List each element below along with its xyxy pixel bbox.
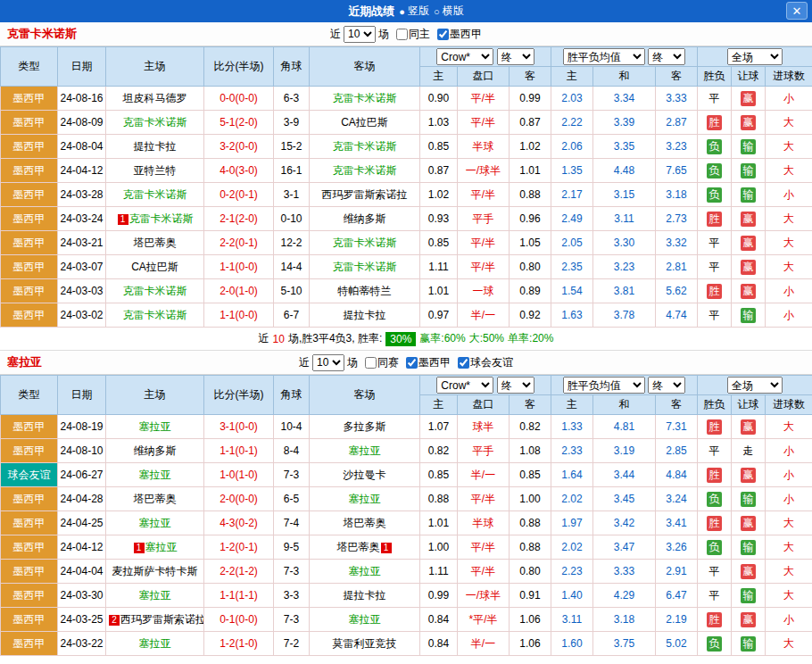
avg-away-cell: 5.02 [656, 632, 698, 656]
score-cell: 5-1(2-0) [204, 111, 274, 135]
friendly-checkbox[interactable] [458, 357, 469, 369]
away-team-cell: 沙拉曼卡 [310, 463, 420, 487]
same-home-checkbox[interactable] [396, 29, 408, 40]
league-checkbox[interactable] [437, 29, 449, 40]
goals-cell: 小 [766, 463, 812, 487]
match-count-select[interactable]: 10 [312, 354, 344, 371]
corner-cell: 9-5 [274, 535, 310, 560]
result-cell: 胜 [698, 511, 732, 535]
avg-time-select[interactable]: 终 [648, 377, 685, 394]
team-name-text: 塞拉亚 [145, 541, 178, 553]
odds-time-select[interactable]: 终 [497, 48, 534, 65]
avg-home-cell: 1.97 [551, 511, 593, 535]
handicap-result-cell-badge: 赢 [741, 115, 756, 130]
corner-cell: 7-2 [274, 632, 310, 656]
match-date-cell: 24-04-28 [58, 487, 106, 511]
same-competition-checkbox[interactable] [365, 357, 377, 369]
col-avg-home: 主 [551, 67, 593, 87]
goals-cell: 小 [766, 439, 812, 463]
layout-horizontal-radio[interactable]: ○ 横版 [434, 4, 464, 19]
away-team-cell: 塞拉亚 [310, 487, 420, 511]
avg-source-select[interactable]: 胜平负均值 [563, 48, 645, 65]
avg-home-cell: 2.03 [551, 87, 593, 111]
away-odds-cell: 1.05 [510, 231, 551, 255]
avg-away-cell: 7.65 [656, 159, 698, 183]
handicap-result-cell: 输 [732, 159, 766, 183]
avg-home-cell: 1.40 [551, 584, 593, 608]
avg-draw-cell: 4.81 [593, 415, 656, 439]
avg-source-select[interactable]: 胜平负均值 [563, 377, 645, 394]
match-row: 墨西甲24-04-121塞拉亚1-2(0-1)9-5塔巴蒂奥11.00平/半0.… [1, 535, 812, 560]
corner-cell: 7-3 [274, 560, 310, 584]
avg-away-cell: 3.32 [656, 231, 698, 255]
home-odds-cell: 1.02 [420, 183, 458, 207]
result-cell: 平 [698, 255, 732, 279]
home-team-cell: 塔巴蒂奥 [106, 231, 204, 255]
away-team-cell: 莫雷利亚竞技 [310, 632, 420, 656]
home-odds-cell: 1.11 [420, 255, 458, 279]
col-home: 主场 [106, 47, 204, 87]
handicap-result-cell-badge: 赢 [741, 260, 756, 275]
score-cell: 2-0(1-0) [204, 279, 274, 303]
radio-selected-icon: ● [399, 6, 405, 17]
league-filter[interactable]: 墨西甲 [406, 355, 451, 370]
home-odds-cell: 1.01 [420, 511, 458, 535]
fulltime-select[interactable]: 全场 [727, 48, 783, 65]
match-count-select[interactable]: 10 [344, 26, 376, 43]
handicap-result-cell: 赢 [732, 511, 766, 535]
handicap-result-cell-badge: 输 [741, 492, 756, 507]
away-team-cell: 克雷卡米诺斯 [310, 231, 420, 255]
avg-time-select[interactable]: 终 [648, 48, 685, 65]
league-label: 墨西甲 [418, 355, 451, 370]
odds-source-select[interactable]: Crow* [436, 48, 493, 65]
corner-cell: 6-7 [274, 303, 310, 328]
handicap-result-cell-badge: 赢 [741, 516, 756, 531]
layout-vertical-radio[interactable]: ● 竖版 [399, 4, 429, 19]
away-odds-cell: 1.02 [510, 135, 551, 159]
handicap-cell: 半/一 [458, 632, 510, 656]
league-filter[interactable]: 墨西甲 [437, 27, 482, 42]
team-name-text: 多拉多斯 [344, 420, 386, 433]
team-name-text: 塞拉亚 [139, 589, 171, 602]
fulltime-select[interactable]: 全场 [727, 377, 783, 394]
avg-away-cell: 2.85 [656, 439, 698, 463]
friendly-filter[interactable]: 球会友谊 [458, 355, 513, 370]
close-button[interactable]: ✕ [786, 2, 808, 20]
same-competition-filter[interactable]: 同赛 [365, 355, 399, 370]
home-team-cell: 1塞拉亚 [106, 535, 204, 560]
home-team-cell: 塞拉亚 [106, 511, 204, 535]
league-checkbox[interactable] [406, 357, 418, 369]
close-icon: ✕ [792, 4, 802, 18]
summary-bar: 近10场,胜3平4负3, 胜率: 30% 赢率:60% 大:50% 单率:20% [0, 328, 812, 351]
match-row: 墨西甲24-03-30塞拉亚1-1(1-1)3-3提拉卡拉0.99一/球半0.9… [1, 584, 812, 608]
away-team-cell: 多拉多斯 [310, 415, 420, 439]
team-name-text: 塔巴蒂奥 [344, 517, 386, 529]
team-name-text: 克雷卡米诺斯 [333, 92, 397, 104]
col-odds-away: 客 [510, 395, 551, 415]
handicap-cell: 平/半 [458, 560, 510, 584]
league-type-cell: 墨西甲 [1, 608, 58, 632]
home-team-cell: 提拉卡拉 [106, 135, 204, 159]
away-team-cell: 特帕蒂特兰 [310, 279, 420, 303]
team-name-text: 提拉卡拉 [344, 589, 386, 602]
odds-source-select[interactable]: Crow* [436, 377, 493, 394]
near-label: 近 [330, 27, 341, 42]
avg-away-cell: 2.19 [656, 608, 698, 632]
score-cell: 1-1(0-0) [204, 303, 274, 328]
away-odds-cell: 0.88 [510, 511, 551, 535]
col-avg-draw: 和 [593, 395, 656, 415]
odds-time-select[interactable]: 终 [497, 377, 534, 394]
match-row: 墨西甲24-08-04提拉卡拉3-2(0-0)15-2克雷卡米诺斯0.85半球1… [1, 135, 812, 159]
team-name-text: 克雷卡米诺斯 [123, 285, 187, 297]
home-odds-cell: 0.87 [420, 159, 458, 183]
home-odds-cell: 0.84 [420, 608, 458, 632]
score-cell: 2-2(1-2) [204, 560, 274, 584]
avg-home-cell: 1.60 [551, 632, 593, 656]
league-type-cell: 墨西甲 [1, 255, 58, 279]
same-home-filter[interactable]: 同主 [396, 27, 430, 42]
match-row: 墨西甲24-08-19塞拉亚3-1(0-0)10-4多拉多斯1.07球半0.82… [1, 415, 812, 439]
avg-draw-cell: 3.23 [593, 255, 656, 279]
away-team-cell: 塔巴蒂奥1 [310, 535, 420, 560]
handicap-result-cell-badge: 输 [741, 588, 756, 603]
handicap-result-cell-badge: 赢 [741, 564, 756, 579]
